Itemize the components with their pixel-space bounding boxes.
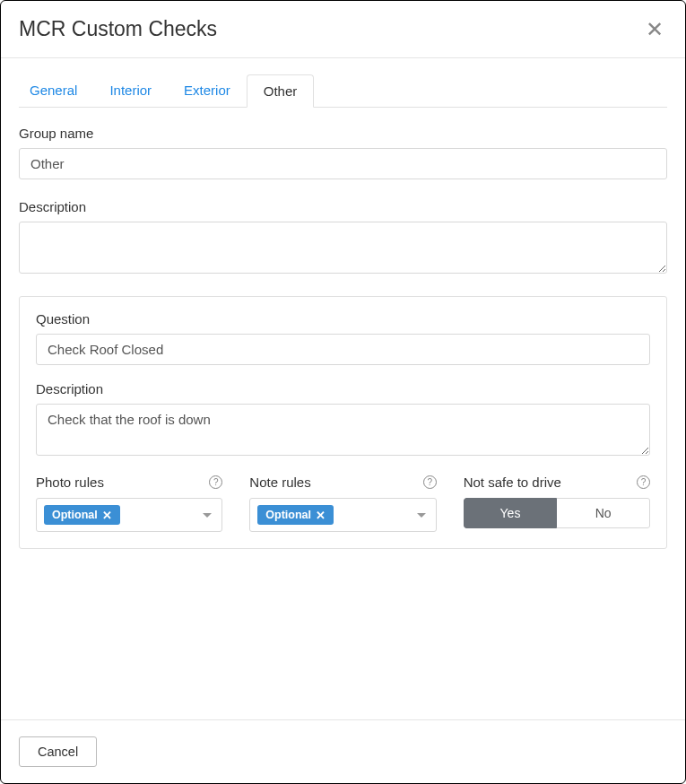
tab-exterior[interactable]: Exterior	[168, 74, 247, 108]
help-icon[interactable]: ?	[209, 475, 222, 489]
note-rules-col: Note rules ? Optional ✕	[249, 475, 436, 532]
question-input[interactable]	[36, 334, 650, 365]
not-safe-col: Not safe to drive ? Yes No	[464, 475, 650, 532]
group-name-label: Group name	[19, 126, 667, 141]
photo-rules-label: Photo rules	[36, 475, 104, 490]
question-field: Question	[36, 311, 650, 365]
tab-interior[interactable]: Interior	[93, 74, 168, 108]
modal-body: General Interior Exterior Other Group na…	[1, 58, 685, 719]
modal-footer: Cancel	[1, 719, 685, 783]
question-description-input[interactable]	[36, 404, 650, 456]
cancel-button[interactable]: Cancel	[19, 736, 97, 767]
tab-general[interactable]: General	[19, 74, 93, 108]
rules-row: Photo rules ? Optional ✕ Note rules ?	[36, 475, 650, 532]
note-rules-label-row: Note rules ?	[249, 475, 436, 490]
tab-bar: General Interior Exterior Other	[19, 74, 667, 108]
photo-rules-label-row: Photo rules ?	[36, 475, 222, 490]
close-icon[interactable]: ✕	[642, 19, 667, 40]
help-icon[interactable]: ?	[423, 475, 437, 489]
question-description-field: Description	[36, 381, 650, 458]
chevron-down-icon	[417, 513, 426, 518]
tag-label: Optional	[52, 509, 98, 521]
tag-remove-icon[interactable]: ✕	[102, 510, 112, 521]
group-description-input[interactable]	[19, 222, 667, 274]
tag-label: Optional	[265, 509, 311, 521]
photo-rules-tag: Optional ✕	[44, 505, 120, 525]
tag-remove-icon[interactable]: ✕	[316, 510, 326, 521]
question-description-label: Description	[36, 381, 650, 396]
not-safe-label: Not safe to drive	[464, 475, 561, 490]
toggle-yes[interactable]: Yes	[464, 498, 558, 528]
group-description-label: Description	[19, 199, 667, 214]
modal-title: MCR Custom Checks	[19, 17, 217, 41]
not-safe-toggle: Yes No	[464, 498, 650, 528]
group-name-input[interactable]	[19, 148, 667, 179]
group-description-field: Description	[19, 199, 667, 276]
question-card: Question Description Photo rules ? Optio…	[19, 296, 667, 549]
group-name-field: Group name	[19, 126, 667, 179]
note-rules-label: Note rules	[249, 475, 310, 490]
note-rules-select[interactable]: Optional ✕	[249, 498, 436, 532]
chevron-down-icon	[203, 513, 212, 518]
not-safe-label-row: Not safe to drive ?	[464, 475, 650, 490]
tab-other[interactable]: Other	[247, 74, 315, 108]
toggle-no[interactable]: No	[557, 498, 650, 528]
photo-rules-col: Photo rules ? Optional ✕	[36, 475, 222, 532]
question-label: Question	[36, 311, 650, 327]
note-rules-tag: Optional ✕	[257, 505, 334, 525]
modal-header: MCR Custom Checks ✕	[1, 1, 685, 58]
photo-rules-select[interactable]: Optional ✕	[36, 498, 222, 532]
help-icon[interactable]: ?	[637, 475, 650, 489]
